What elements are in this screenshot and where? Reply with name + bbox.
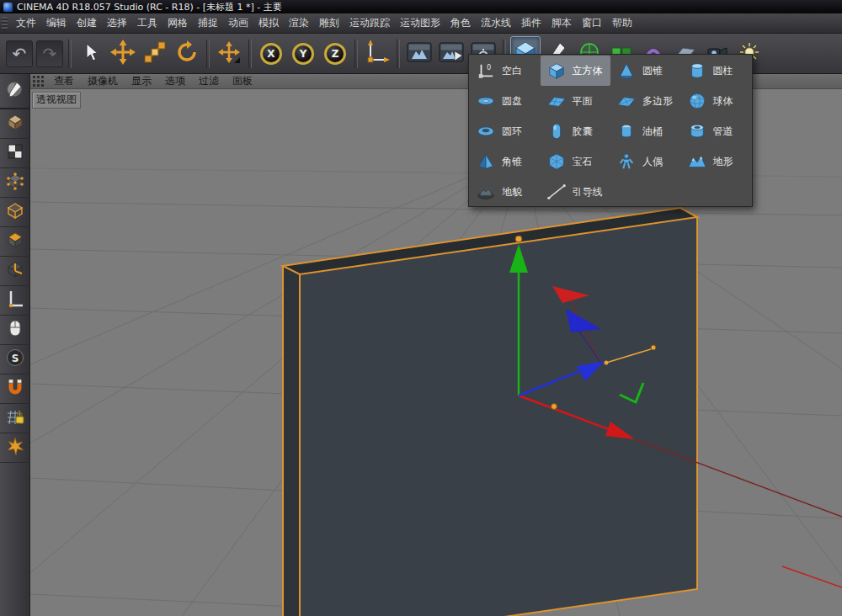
popup-item-cylinder[interactable]: 圆柱	[681, 56, 752, 86]
lock-y-button[interactable]: Y	[288, 36, 318, 72]
cube-object[interactable]	[283, 208, 697, 616]
menu-item-select[interactable]: 选择	[102, 13, 132, 33]
window-title: CINEMA 4D R18.057 Studio (RC - R18) - [未…	[17, 1, 282, 13]
scale-tool-button[interactable]	[140, 36, 170, 72]
primitives-popup: 0 空白 立方体 圆锥 圆柱	[468, 54, 753, 207]
redo-button[interactable]: ↷	[36, 40, 63, 67]
popup-item-sphere[interactable]: 球体	[681, 86, 752, 116]
snap-icon: S	[5, 348, 25, 371]
x-axis-icon: X	[260, 43, 282, 65]
rotate-tool-button[interactable]	[172, 36, 202, 72]
menu-item-pipeline[interactable]: 流水线	[476, 13, 516, 33]
render-picture-viewer-icon	[439, 40, 464, 67]
figure-icon	[615, 151, 638, 172]
toolbar-separator	[248, 40, 252, 68]
model-mode-button[interactable]	[0, 109, 30, 139]
popup-item-tube[interactable]: 管道	[681, 116, 752, 146]
last-tool-button[interactable]	[214, 36, 244, 72]
live-selection-button[interactable]	[76, 36, 106, 72]
vp-menu-view[interactable]: 查看	[47, 74, 81, 88]
texture-mode-icon	[5, 141, 25, 165]
relief-icon	[474, 182, 498, 202]
cursor-icon	[80, 41, 102, 66]
popup-item-plane[interactable]: 平面	[541, 86, 611, 116]
popup-item-null[interactable]: 0 空白	[470, 56, 541, 86]
popup-item-guide[interactable]: 引导线	[541, 177, 611, 207]
svg-text:S: S	[12, 353, 19, 364]
magnet-button[interactable]	[0, 374, 30, 404]
menu-item-motion-tracker[interactable]: 运动跟踪	[344, 13, 395, 33]
menu-item-sculpt[interactable]: 雕刻	[314, 13, 344, 33]
menu-item-mograph[interactable]: 运动图形	[395, 13, 445, 33]
menu-item-help[interactable]: 帮助	[607, 13, 637, 33]
make-editable-button[interactable]	[0, 74, 30, 109]
y-axis-icon: Y	[292, 43, 314, 65]
viewport-solo-button[interactable]	[0, 316, 30, 345]
menu-item-script[interactable]: 脚本	[546, 13, 577, 33]
popup-item-disc[interactable]: 圆盘	[470, 86, 541, 116]
texture-mode-button[interactable]	[0, 139, 30, 168]
z-axis-icon: Z	[324, 43, 346, 65]
popup-item-relief[interactable]: 地貌	[470, 177, 541, 207]
undo-button[interactable]: ↶	[6, 40, 33, 67]
vp-menu-display[interactable]: 显示	[125, 74, 158, 88]
vp-menu-options[interactable]: 选项	[158, 74, 192, 88]
menu-item-animate[interactable]: 动画	[223, 13, 253, 33]
title-bar: CINEMA 4D R18.057 Studio (RC - R18) - [未…	[0, 0, 842, 13]
menu-item-edit[interactable]: 编辑	[41, 13, 72, 33]
scale-icon	[142, 40, 168, 68]
guide-icon	[545, 182, 568, 202]
popup-item-figure[interactable]: 人偶	[610, 146, 681, 177]
popup-item-oil-tank[interactable]: 油桶	[610, 116, 681, 146]
menu-item-character[interactable]: 角色	[445, 13, 476, 33]
popup-item-pyramid[interactable]: 角锥	[470, 146, 541, 177]
popup-item-cube[interactable]: 立方体	[541, 56, 611, 86]
axis-l-icon	[5, 289, 25, 312]
lock-z-button[interactable]: Z	[320, 36, 350, 72]
menu-item-create[interactable]: 创建	[72, 13, 102, 33]
viewport-grid-icon[interactable]	[33, 76, 44, 87]
popup-item-platonic[interactable]: 宝石	[541, 146, 611, 177]
axis-coordinate-button[interactable]	[0, 286, 30, 316]
menu-item-render[interactable]: 渲染	[284, 13, 314, 33]
point-mode-button[interactable]	[0, 168, 30, 198]
popup-item-cone[interactable]: 圆锥	[610, 56, 681, 86]
app-icon	[3, 3, 13, 12]
popup-item-landscape[interactable]: 地形	[681, 146, 752, 177]
menu-item-snap[interactable]: 捕捉	[193, 13, 223, 33]
popup-empty-cell	[610, 177, 681, 207]
pyramid-icon	[474, 151, 498, 172]
menu-item-tools[interactable]: 工具	[132, 13, 163, 33]
render-view-button[interactable]	[404, 36, 434, 72]
popup-item-polygon[interactable]: 多边形	[610, 86, 681, 116]
coordinate-system-button[interactable]	[362, 36, 392, 72]
snap-button[interactable]: S	[0, 345, 30, 374]
vp-menu-filter[interactable]: 过滤	[192, 74, 226, 88]
model-mode-icon	[5, 112, 25, 135]
polygon-mode-button[interactable]	[0, 227, 30, 257]
coordinate-system-icon	[365, 40, 390, 68]
oil-tank-icon	[615, 121, 638, 141]
viewport-name-label: 透视视图	[32, 92, 81, 109]
vp-menu-panel[interactable]: 面板	[226, 74, 259, 88]
lock-x-button[interactable]: X	[256, 36, 286, 72]
move-tool-button[interactable]	[108, 36, 138, 72]
workplane-lock-button[interactable]	[0, 404, 30, 433]
menu-grip-icon[interactable]	[2, 17, 8, 30]
edge-mode-button[interactable]	[0, 198, 30, 227]
quantize-button[interactable]	[0, 433, 30, 463]
vp-menu-cameras[interactable]: 摄像机	[81, 74, 125, 88]
cinema4d-window: CINEMA 4D R18.057 Studio (RC - R18) - [未…	[0, 0, 842, 616]
popup-item-capsule[interactable]: 胶囊	[541, 116, 611, 146]
menu-item-simulate[interactable]: 模拟	[253, 13, 284, 33]
menu-item-window[interactable]: 窗口	[577, 13, 607, 33]
render-picture-viewer-button[interactable]	[436, 36, 466, 72]
menu-item-mesh[interactable]: 网格	[163, 13, 193, 33]
menu-item-plugins[interactable]: 插件	[516, 13, 546, 33]
edge-mode-icon	[5, 200, 25, 224]
popup-item-torus[interactable]: 圆环	[470, 116, 541, 146]
menu-item-file[interactable]: 文件	[11, 13, 41, 33]
svg-text:0: 0	[487, 63, 491, 72]
enable-axis-button[interactable]	[0, 257, 30, 286]
plane-icon	[545, 91, 568, 111]
